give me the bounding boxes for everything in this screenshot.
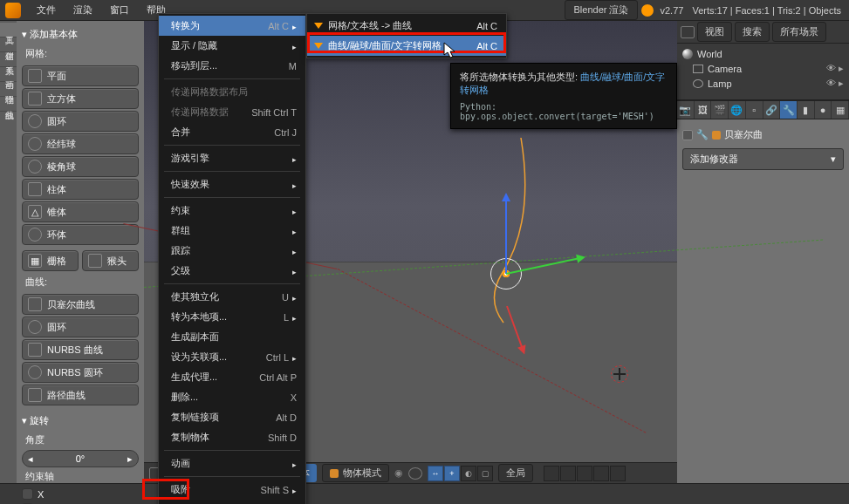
add-plane[interactable]: 平面 bbox=[22, 65, 139, 86]
convert-to-curve[interactable]: 网格/文本线 -> 曲线 Alt C bbox=[307, 16, 506, 36]
menu-dup-faces[interactable]: 生成副本面 bbox=[159, 327, 305, 347]
shading-icon[interactable] bbox=[408, 467, 422, 480]
outliner-search[interactable]: 搜索 bbox=[735, 22, 770, 42]
tooltip-python: Python: bpy.ops.object.convert(target='M… bbox=[460, 102, 668, 121]
orientation-dropdown[interactable]: 全局 bbox=[498, 464, 533, 482]
add-nurbs-curve[interactable]: NURBS 曲线 bbox=[22, 339, 139, 360]
menu-move-layer[interactable]: 移动到层...M bbox=[159, 56, 305, 76]
menu-dup-link[interactable]: 复制链接项Alt D bbox=[159, 407, 305, 427]
tab-layers[interactable]: 🖼 bbox=[695, 101, 712, 119]
tab-world[interactable]: 🌐 bbox=[729, 101, 746, 119]
menu-track[interactable]: 跟踪 bbox=[159, 241, 305, 261]
tab-anim[interactable]: 动画 bbox=[0, 67, 17, 82]
tab-relations[interactable]: 关系 bbox=[0, 52, 17, 67]
menu-constraint-label: 约束 bbox=[171, 204, 190, 217]
tooltip: 将所选物体转换为其他类型: 曲线/融球/曲面/文字转网格 Python: bpy… bbox=[450, 63, 677, 129]
rotate-toggle[interactable]: ◐ bbox=[461, 466, 476, 481]
add-modifier-dropdown[interactable]: 添加修改器 ▾ bbox=[682, 148, 844, 170]
menu-show-hide[interactable]: 显示 / 隐藏 bbox=[159, 36, 305, 56]
menu-dup[interactable]: 复制物体Shift D bbox=[159, 427, 305, 447]
menu-snap[interactable]: 吸附Shift S bbox=[159, 480, 305, 500]
add-uvsphere[interactable]: 经纬球 bbox=[22, 133, 139, 154]
pin-icon[interactable] bbox=[682, 130, 693, 140]
menu-proxy[interactable]: 生成代理...Ctrl Alt P bbox=[159, 367, 305, 387]
menu-transferlayout-label: 传递网格数据布局 bbox=[171, 85, 248, 99]
tab-physics[interactable]: 物理 bbox=[0, 82, 17, 97]
menu-file[interactable]: 文件 bbox=[28, 0, 65, 20]
menu-delete[interactable]: 删除...X bbox=[159, 387, 305, 407]
add-monkey[interactable]: 猴头 bbox=[82, 250, 139, 271]
menu-render[interactable]: 渲染 bbox=[65, 0, 101, 20]
menu-anim[interactable]: 动画 bbox=[159, 453, 305, 473]
outliner-view-btn[interactable]: 视图 bbox=[697, 22, 732, 42]
menu-group[interactable]: 群组 bbox=[159, 221, 305, 241]
tab-create[interactable]: 创建 bbox=[0, 37, 17, 52]
outliner-lamp[interactable]: Lamp👁 ▸ bbox=[681, 76, 846, 91]
add-curve-circle[interactable]: 圆环 bbox=[22, 317, 139, 337]
tab-material[interactable]: ● bbox=[815, 101, 832, 119]
tab-render[interactable]: 📷 bbox=[677, 101, 695, 119]
add-cone[interactable]: △锥体 bbox=[22, 201, 139, 222]
add-grid[interactable]: ▦栅格 bbox=[22, 250, 79, 271]
add-path[interactable]: 路径曲线 bbox=[22, 385, 139, 405]
tab-data[interactable]: ▮ bbox=[798, 101, 815, 119]
tab-texture[interactable]: ▦ bbox=[832, 101, 849, 119]
eye-icon[interactable]: 👁 ▸ bbox=[826, 63, 844, 74]
menu-make-link[interactable]: 设为关联项...Ctrl L bbox=[159, 347, 305, 367]
menu-game-engine[interactable]: 游戏引擎 bbox=[159, 148, 305, 168]
tab-modifiers[interactable]: 🔧 bbox=[780, 101, 798, 119]
constraint-x[interactable]: X bbox=[22, 487, 139, 501]
mode-label: 物体模式 bbox=[343, 467, 381, 480]
eye-icon[interactable]: 👁 ▸ bbox=[826, 78, 844, 89]
bezier-curve-object[interactable] bbox=[483, 134, 535, 326]
tab-constraints[interactable]: 🔗 bbox=[763, 101, 781, 119]
outliner[interactable]: World Camera👁 ▸ Lamp👁 ▸ bbox=[677, 44, 849, 100]
tab-scene[interactable]: 🎬 bbox=[711, 101, 729, 119]
tab-object[interactable]: ▫ bbox=[746, 101, 763, 119]
outliner-camera[interactable]: Camera👁 ▸ bbox=[681, 61, 846, 76]
layer-5[interactable] bbox=[610, 466, 626, 481]
menu-join[interactable]: 合并Ctrl J bbox=[159, 122, 305, 142]
add-cylinder-label: 柱体 bbox=[47, 183, 66, 196]
layer-2[interactable] bbox=[560, 466, 576, 481]
menu-convert[interactable]: 转换为Alt C bbox=[159, 16, 305, 36]
add-icosphere[interactable]: 棱角球 bbox=[22, 156, 139, 177]
menu-make-local[interactable]: 转为本地项...L bbox=[159, 307, 305, 327]
mode-dropdown[interactable]: 物体模式 bbox=[322, 464, 389, 482]
manipulator-gizmo[interactable] bbox=[506, 274, 507, 275]
outliner-editor-icon[interactable] bbox=[681, 26, 695, 38]
panel-rotate[interactable]: 旋转 bbox=[22, 411, 139, 431]
outliner-filter[interactable]: 所有场景 bbox=[772, 22, 826, 42]
menu-constraint[interactable]: 约束 bbox=[159, 201, 305, 221]
panel-add-primitive[interactable]: 添加基本体 bbox=[22, 24, 139, 44]
convert-to-mesh[interactable]: 曲线/融球/曲面/文字转网格 Alt C bbox=[307, 36, 506, 56]
tab-tools[interactable]: 工具 bbox=[0, 23, 17, 37]
add-bezier[interactable]: 贝塞尔曲线 bbox=[22, 294, 139, 315]
menu-delete-kb: X bbox=[291, 392, 297, 403]
layer-4[interactable] bbox=[593, 466, 609, 481]
cube-icon bbox=[28, 92, 42, 106]
layer-buttons[interactable] bbox=[544, 466, 626, 481]
tab-curve[interactable]: 曲线 bbox=[0, 97, 17, 112]
outliner-world[interactable]: World bbox=[681, 47, 846, 61]
add-circle[interactable]: 圆环 bbox=[22, 111, 139, 132]
angle-input[interactable]: 0° bbox=[22, 450, 139, 467]
menu-quick-fx[interactable]: 快速效果 bbox=[159, 174, 305, 194]
add-torus[interactable]: 环体 bbox=[22, 224, 139, 245]
menu-dup-kb: Shift D bbox=[268, 432, 297, 443]
menu-make-single[interactable]: 使其独立化U bbox=[159, 287, 305, 307]
gizmo-z-arrow[interactable] bbox=[505, 195, 507, 274]
menu-window[interactable]: 窗口 bbox=[101, 0, 138, 20]
layer-1[interactable] bbox=[544, 466, 559, 481]
render-engine-dropdown[interactable]: Blender 渲染 bbox=[565, 0, 639, 20]
manipulator-toggle[interactable]: ↔ bbox=[428, 466, 443, 481]
add-nurbs-circle[interactable]: NURBS 圆环 bbox=[22, 362, 139, 383]
breadcrumb-name: 贝塞尔曲 bbox=[724, 128, 763, 141]
layer-3[interactable] bbox=[577, 466, 592, 481]
menu-parent[interactable]: 父级 bbox=[159, 261, 305, 281]
translate-toggle[interactable]: + bbox=[444, 466, 460, 481]
add-cylinder[interactable]: 柱体 bbox=[22, 179, 139, 200]
scale-toggle[interactable]: ▢ bbox=[477, 466, 493, 481]
add-cube[interactable]: 立方体 bbox=[22, 88, 139, 109]
menu-apply[interactable]: 应用Ctrl A bbox=[159, 500, 305, 504]
